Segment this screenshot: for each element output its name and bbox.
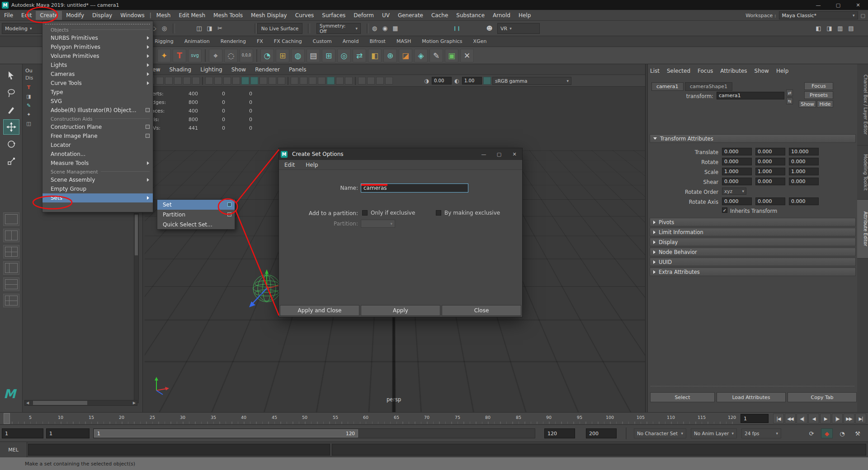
menu-arnold[interactable]: Arnold [489,11,514,20]
option-box-icon[interactable] [227,202,231,207]
dialog-menu-help[interactable]: Help [306,162,318,168]
viewport-toolbar-icon[interactable] [250,77,258,85]
menu-deform[interactable]: Deform [349,11,378,20]
viewport-toolbar-icon[interactable] [192,77,200,85]
outliner-item-icon[interactable]: ◫ [25,120,32,127]
go-to-start-button[interactable]: |◀ [773,414,784,423]
auto-key-icon[interactable]: ◆ [821,428,833,438]
hide-button[interactable]: Hide [817,100,833,108]
tab-camerashape1[interactable]: cameraShape1 [685,82,732,91]
output-connections-icon[interactable]: ◨ [205,24,214,33]
shelf-tab-animation[interactable]: Animation [179,37,215,47]
workspace-gear-icon[interactable]: ▢ [861,13,865,19]
view-transform-selector[interactable]: sRGB gamma ▾ [492,77,571,85]
view-transform-icon[interactable] [483,77,491,85]
render-settings-icon[interactable]: ▦ [391,24,400,33]
ae-menu-help[interactable]: Help [776,68,788,74]
ae-menu-attributes[interactable]: Attributes [720,68,747,74]
maximize-button[interactable]: ▢ [828,0,848,10]
toggle-outliner-icon[interactable]: ▤ [846,24,856,33]
poly-lattice-icon[interactable]: ⊞ [322,49,335,62]
ae-menu-selected[interactable]: Selected [667,68,690,74]
scale-y-field[interactable]: 1.000 [755,168,785,175]
gamma-field[interactable]: 1.00 [462,77,482,85]
option-box-icon[interactable] [146,134,150,138]
section-display[interactable]: Display [650,238,856,246]
menu-mesh-tools[interactable]: Mesh Tools [209,11,247,20]
menu-help[interactable]: Help [514,11,535,20]
layout-single-pane-button[interactable] [3,212,19,226]
layout-persp-outliner-button[interactable] [3,261,19,275]
outliner-vertical-scrollbar[interactable] [134,213,139,403]
layout-two-pane-button[interactable] [3,229,19,242]
menu-display[interactable]: Display [88,11,116,20]
layout-stacked-button[interactable] [3,277,19,291]
menu-item-lights[interactable]: Lights [42,61,153,70]
viewport-toolbar-icon[interactable] [156,77,164,85]
section-limit-information[interactable]: Limit Information [650,228,856,236]
live-surface-field[interactable]: No Live Surface [257,23,302,34]
translate-y-field[interactable]: 0.000 [755,148,785,155]
move-tool[interactable] [3,119,19,135]
menu-mesh[interactable]: Mesh [152,11,175,20]
shelf-tab-rigging[interactable]: Rigging [149,37,179,47]
symmetry-selector[interactable]: Symmetry: Off ▾ [316,23,361,34]
half-cube-icon[interactable]: ◧ [368,49,382,62]
outliner-item-icon[interactable]: ✦ [25,111,32,118]
fps-selector[interactable]: 24 fps ▾ [741,428,781,438]
outliner-item-icon[interactable]: T [25,84,32,91]
menu-edit-mesh[interactable]: Edit Mesh [175,11,209,20]
panel-menu-lighting[interactable]: Lighting [200,66,222,73]
section-uuid[interactable]: UUID [650,258,856,266]
shear-y-field[interactable]: 0.000 [755,178,785,185]
tab-channel-box[interactable]: Channel Box / Layer Editor [857,64,868,146]
menu-item-polygon-primitives[interactable]: Polygon Primitives [42,42,153,52]
play-forwards-button[interactable]: ▶ [820,414,831,423]
outliner-item-icon[interactable]: ◨ [25,93,32,100]
current-frame-field[interactable]: 1 [741,414,769,423]
pencil-icon[interactable]: ✎ [429,49,443,62]
section-extra-attributes[interactable]: Extra Attributes [650,268,856,276]
viewport-toolbar-icon[interactable] [367,77,375,85]
step-back-frame-button[interactable]: ◀◀ [785,414,796,423]
only-if-exclusive-checkbox[interactable] [362,210,368,216]
section-node-behavior[interactable]: Node Behavior [650,248,856,256]
menu-file[interactable]: File [0,11,17,20]
range-handle-end[interactable]: 120 [346,431,355,436]
tab-modeling-toolkit[interactable]: Modeling Toolkit [857,146,868,200]
type-tool-icon[interactable]: T [173,49,186,62]
arnold-star-icon[interactable]: ✦ [157,49,171,62]
menu-mesh-display[interactable]: Mesh Display [247,11,291,20]
menu-surfaces[interactable]: Surfaces [318,11,349,20]
apply-and-close-button[interactable]: Apply and Close [280,305,359,316]
circle-tool-icon[interactable]: ◌ [224,49,238,62]
scroll-right-icon[interactable]: ▶ [133,401,137,405]
viewport-toolbar-icon[interactable] [345,77,353,85]
viewport-toolbar-icon[interactable] [223,77,231,85]
ae-menu-show[interactable]: Show [755,68,769,74]
layout-four-pane-button[interactable] [3,245,19,258]
viewport-toolbar-icon[interactable] [259,77,267,85]
focus-button[interactable]: Focus [804,82,833,90]
tab-camera1[interactable]: camera1 [651,82,684,91]
shelf-tab-mash[interactable]: MASH [391,37,416,47]
animation-end-field[interactable]: 200 [586,428,617,438]
menu-tearoff-handle[interactable] [45,22,150,24]
menu-item-cameras[interactable]: Cameras [42,70,153,79]
presets-button[interactable]: Presets [804,91,833,99]
inherits-transform-checkbox[interactable]: ✓ [722,207,727,213]
curve-tool-icon[interactable]: ◔ [260,49,274,62]
dialog-titlebar[interactable]: M Create Set Options — ▢ ✕ [279,148,522,160]
globe-icon[interactable]: ⊕ [383,49,397,62]
menu-item-volume-primitives[interactable]: Volume Primitives [42,52,153,61]
rotate-z-field[interactable]: 0.000 [789,158,819,165]
submenu-item-set[interactable]: Set [157,200,235,210]
poly-plane-icon[interactable]: ▤ [307,49,320,62]
by-making-exclusive-checkbox[interactable] [436,210,441,216]
swap-output-icon[interactable]: ⇆ [786,98,793,104]
viewport-toolbar-icon[interactable] [385,77,393,85]
lasso-tool[interactable] [3,85,19,100]
anim-layer-selector[interactable]: No Anim Layer ▾ [691,428,737,438]
menu-item-empty-group[interactable]: Empty Group [42,184,153,193]
swap-input-icon[interactable]: ⇄ [786,89,793,96]
